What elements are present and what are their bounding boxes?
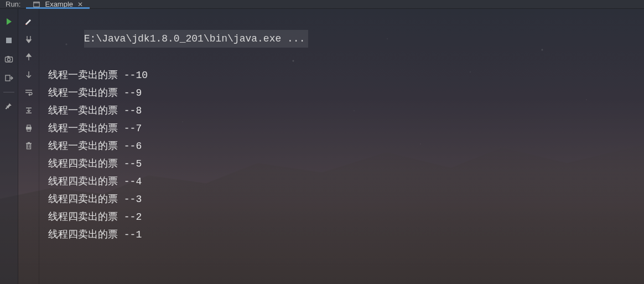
exit-icon[interactable] (4, 73, 14, 83)
run-panel-header: Run: Example ✕ (0, 0, 644, 9)
soft-wrap-icon[interactable] (24, 87, 34, 97)
svg-rect-5 (7, 56, 9, 57)
scroll-up-icon[interactable] (24, 52, 34, 62)
svg-rect-6 (6, 75, 10, 81)
console-output[interactable]: E:\Java\jdk1.8.0_201\bin\java.exe ... 线程… (39, 9, 644, 284)
tab-example[interactable]: Example ✕ (26, 0, 90, 8)
print-icon[interactable] (24, 123, 34, 133)
scroll-down-icon[interactable] (24, 34, 34, 44)
tab-active-underline (26, 7, 90, 9)
console-line: 线程一卖出的票 --10 (48, 66, 644, 84)
scroll-to-end-icon[interactable] (24, 105, 34, 115)
console-line: 线程四卖出的票 --4 (48, 173, 644, 190)
svg-point-4 (7, 58, 10, 61)
edit-icon[interactable] (24, 17, 34, 27)
console-line: 线程四卖出的票 --2 (48, 208, 644, 226)
console-line: 线程一卖出的票 --6 (48, 137, 644, 155)
camera-icon[interactable] (4, 54, 14, 64)
trash-icon[interactable] (24, 141, 34, 151)
svg-rect-2 (6, 38, 12, 43)
stop-button[interactable] (4, 35, 14, 45)
console-line: 线程一卖出的票 --8 (48, 102, 644, 120)
run-label: Run: (0, 0, 26, 8)
console-line: 线程一卖出的票 --9 (48, 84, 644, 102)
run-button[interactable] (4, 17, 14, 27)
pin-icon[interactable] (4, 101, 14, 111)
svg-rect-1 (34, 2, 40, 3)
down-arrow-icon[interactable] (24, 70, 34, 80)
console-line: 线程四卖出的票 --1 (48, 226, 644, 244)
console-line: 线程四卖出的票 --5 (48, 155, 644, 173)
left-tool-rail (0, 9, 18, 284)
console-line: 线程一卖出的票 --7 (48, 120, 644, 137)
console-control-rail (18, 9, 39, 284)
rail-divider (3, 92, 14, 92)
svg-rect-10 (27, 144, 30, 149)
console-line: 线程四卖出的票 --3 (48, 190, 644, 208)
command-line: E:\Java\jdk1.8.0_201\bin\java.exe ... (84, 30, 309, 48)
